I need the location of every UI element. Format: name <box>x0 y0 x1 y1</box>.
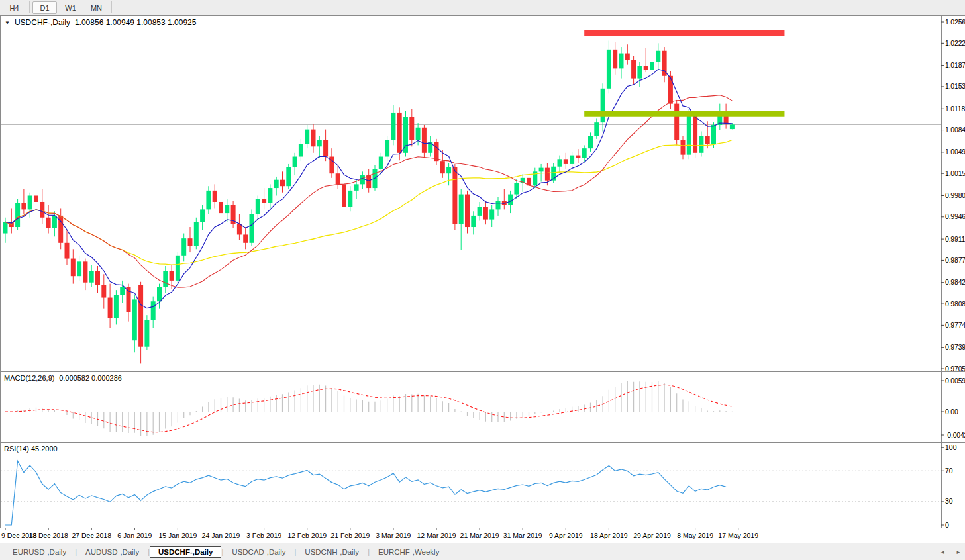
price-axis-label: 1.02560 <box>945 18 965 26</box>
symbol-header: ▼ USDCHF-,Daily 1.00856 1.00949 1.00853 … <box>5 18 196 27</box>
candle <box>397 107 402 160</box>
candle <box>194 218 199 250</box>
date-axis-label: 3 Feb 2019 <box>246 532 281 539</box>
candle <box>674 100 679 145</box>
candle <box>250 209 254 246</box>
tab-eurchf-weekly[interactable]: EURCHF-,Weekly <box>370 546 448 558</box>
price-axis-label: 1.00840 <box>945 126 965 134</box>
date-axis-label: 3 Mar 2019 <box>376 532 411 539</box>
price-axis-label: 0.99460 <box>945 212 965 220</box>
date-axis-label: 21 Feb 2019 <box>330 532 370 539</box>
candle <box>452 164 457 230</box>
rsi-indicator-label: RSI(14) 45.2000 <box>4 445 58 453</box>
date-axis-label: 12 Feb 2019 <box>287 532 327 539</box>
date-axis-label: 6 Jan 2019 <box>117 532 152 539</box>
price-axis-label: 1.00150 <box>945 169 965 177</box>
candle <box>403 111 408 156</box>
rsi-axis-label: 0 <box>945 521 949 529</box>
date-axis-label: 17 May 2019 <box>718 532 758 539</box>
price-axis-label: 0.98080 <box>945 300 965 308</box>
price-axis-label: 1.02220 <box>945 39 965 47</box>
date-axis-label: 18 Dec 2018 <box>28 532 68 539</box>
price-axis-label: 0.99800 <box>945 191 965 199</box>
price-axis-label: 1.01870 <box>945 61 965 69</box>
toolbar-separator <box>111 1 112 13</box>
candle <box>15 199 20 230</box>
tab-audusd-daily[interactable]: AUDUSD-,Daily <box>77 546 148 558</box>
price-axis-label: 1.00490 <box>945 148 965 156</box>
symbol-title: USDCHF-,Daily <box>15 18 70 27</box>
chart-background <box>0 15 965 543</box>
date-axis-label: 8 May 2019 <box>677 532 713 539</box>
tab-usdchf-daily[interactable]: USDCHF-,Daily <box>150 546 221 558</box>
date-axis-label: 21 Mar 2019 <box>460 532 499 539</box>
chart-tab-bar: EURUSD-,Daily|AUDUSD-,Daily|USDCHF-,Dail… <box>0 543 965 560</box>
tab-eurusd-daily[interactable]: EURUSD-,Daily <box>4 546 75 558</box>
macd-axis-label: 0.00597 <box>945 377 965 385</box>
tab-usdcnh-daily[interactable]: USDCNH-,Daily <box>296 546 368 558</box>
timeframe-button-h4[interactable]: H4 <box>2 1 26 14</box>
date-axis-label: 31 Mar 2019 <box>503 532 542 539</box>
mt4-chart-window: H4D1W1MN 1.025601.022201.018701.015301.0… <box>0 0 965 560</box>
price-axis-label: 1.01180 <box>945 105 965 113</box>
timeframe-button-w1[interactable]: W1 <box>58 1 83 14</box>
price-axis-label: 0.97390 <box>945 343 965 351</box>
date-axis-label: 27 Dec 2018 <box>72 532 111 539</box>
tab-scroll-left-icon[interactable]: ◄ <box>940 549 945 555</box>
macd-axis-label: -0.00424 <box>945 431 965 439</box>
date-axis-label: 24 Jan 2019 <box>202 532 240 539</box>
price-axis-label: 0.97050 <box>945 365 965 373</box>
price-axis-label: 0.98770 <box>945 256 965 264</box>
rsi-axis-label: 70 <box>945 467 953 475</box>
macd-axis-label: 0.00 <box>945 408 958 416</box>
tab-scroll-right-icon[interactable]: ► <box>956 549 961 555</box>
price-axis-label: 0.99110 <box>945 235 965 243</box>
timeframe-button-d1[interactable]: D1 <box>32 1 57 14</box>
rsi-axis-label: 100 <box>945 443 957 451</box>
ohlc-values: 1.00856 1.00949 1.00853 1.00925 <box>75 18 197 27</box>
price-axis-label: 1.01530 <box>945 82 965 90</box>
candle <box>465 191 470 234</box>
rsi-axis-label: 30 <box>945 497 953 505</box>
chart-canvas: 1.025601.022201.018701.015301.011801.008… <box>0 15 965 543</box>
tab-scroll-arrows: ◄ ► <box>940 543 961 560</box>
price-axis-label: 0.98420 <box>945 278 965 286</box>
date-axis-label: 15 Jan 2019 <box>158 532 197 539</box>
timeframe-button-mn[interactable]: MN <box>84 1 109 14</box>
tab-usdcad-daily[interactable]: USDCAD-,Daily <box>223 546 294 558</box>
date-axis-label: 18 Apr 2019 <box>590 532 628 539</box>
toolbar-separator <box>29 1 30 13</box>
candle <box>176 252 180 284</box>
date-axis-label: 29 Apr 2019 <box>633 532 671 539</box>
macd-indicator-label: MACD(12,26,9) -0.000582 0.000286 <box>4 374 122 382</box>
price-axis-label: 0.97740 <box>945 321 965 329</box>
collapse-arrow-icon[interactable]: ▼ <box>5 20 10 26</box>
date-axis-label: 12 Mar 2019 <box>417 532 456 539</box>
candle <box>286 164 291 189</box>
timeframe-toolbar: H4D1W1MN <box>0 0 965 15</box>
date-axis-label: 9 Apr 2019 <box>549 532 583 539</box>
candle <box>144 315 149 350</box>
